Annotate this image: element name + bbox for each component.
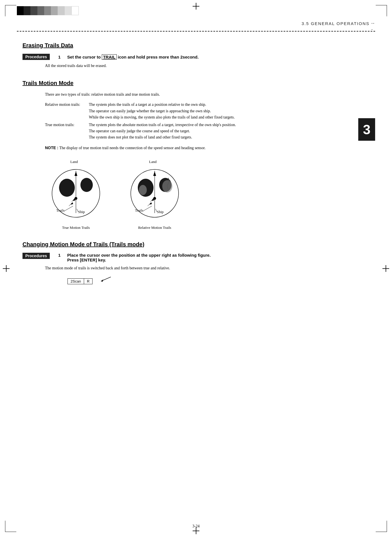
crosshair-top [193,3,199,10]
erasing-section: Erasing Trails Data Procedures 1 Set the… [22,42,358,69]
true-label: True motion trails: [45,122,84,141]
diagram-true-svg: Land [45,157,107,224]
ui-box-row: 2Scan R [45,275,358,284]
relative-desc: The system plots the trails of a target … [89,102,358,120]
trail-box: TRAIL [102,54,116,60]
erasing-step-num: 1 [58,55,64,59]
ui-display-box: 2Scan R [67,278,93,284]
grayscale-bar [17,6,79,15]
header-dots: ⋅⋅⋅ [371,20,375,33]
true-land-label: Land [70,160,78,164]
changing-section: Changing Motion Mode of Trails (Trails m… [22,241,358,284]
diagram-relative: Land [124,157,186,230]
diagrams-row: Land [45,157,358,230]
note-text: The display of true motion trail needs t… [59,146,206,150]
trails-motion-title: Trails Motion Mode [22,80,358,86]
ui-cell-r: R [84,279,92,284]
corner-mark-tl [5,5,16,16]
svg-line-10 [65,206,73,211]
svg-marker-27 [101,279,103,282]
procedures-badge-1: Procedures [22,54,50,60]
crosshair-left [3,265,10,272]
crosshair-right [382,265,389,272]
rel-ship-label: Ship [157,210,164,214]
relative-label: Relative motion trails: [45,102,84,120]
diagram-relative-svg: Land [124,157,186,224]
trails-motion-section: Trails Motion Mode There are two types o… [22,80,358,230]
svg-point-4 [80,178,93,192]
svg-marker-9 [71,202,73,205]
true-ship-label: Ship [78,210,85,214]
true-desc: The system plots the absolute motion tra… [89,122,358,141]
true-caption: True Motion Trails [62,225,90,230]
rel-trails-label: Trails [135,208,143,212]
ui-cell-scan: 2Scan [68,279,84,284]
svg-point-18 [139,185,147,195]
header-rule [17,31,375,32]
changing-title: Changing Motion Mode of Trails (Trails m… [22,241,358,248]
svg-point-3 [59,179,75,197]
svg-marker-2 [75,171,77,176]
rel-land-label: Land [149,160,157,164]
header-section: 3.5 GENERAL OPERATIONS [301,21,370,26]
trails-desc-table: Relative motion trails: The system plots… [45,102,358,140]
corner-mark-bl [5,521,16,532]
svg-line-24 [143,206,152,211]
changing-note: The motion mode of trails is switched ba… [45,265,358,271]
svg-marker-23 [149,202,152,205]
erasing-step-text: Set the cursor to TRAIL icon and hold pr… [67,54,199,60]
trails-intro: There are two types of trails: relative … [45,91,358,98]
corner-mark-br [376,521,387,532]
changing-step-num: 1 [58,253,64,258]
arrow-svg [95,276,112,284]
note-block: NOTE : The display of true motion trail … [45,145,358,151]
svg-marker-14 [153,171,156,176]
true-trails-label: Trails [56,208,65,212]
erasing-note: All the stored trails data will be erase… [45,63,358,69]
corner-mark-tr [376,5,387,16]
note-label: NOTE : [45,146,58,150]
erasing-title: Erasing Trails Data [22,42,358,49]
changing-step-text: Place the cursor over the position at th… [67,253,211,262]
procedures-badge-2: Procedures [22,253,50,259]
page-number: 3-24 [192,524,200,529]
diagram-true: Land [45,157,107,230]
chapter-number: 3 [358,118,375,141]
rel-caption: Relative Motion Trails [138,225,171,230]
